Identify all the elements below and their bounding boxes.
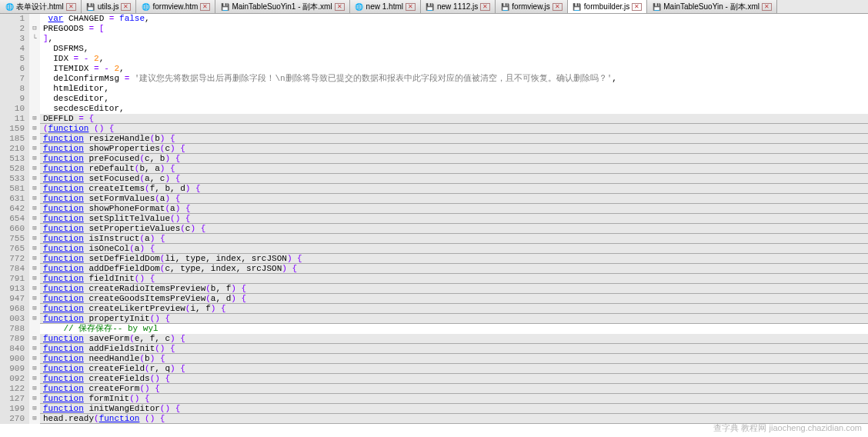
code-content[interactable]: function createFields() { (40, 374, 868, 384)
code-content[interactable]: function setFormValues(a) { (40, 194, 868, 204)
code-content[interactable]: function formInit() { (40, 394, 868, 404)
code-content[interactable]: function showProperties(c) { (40, 144, 868, 154)
fold-marker[interactable]: ⊞ (29, 234, 40, 244)
tab-6[interactable]: 💾formview.js✕ (496, 0, 567, 13)
code-line[interactable]: 199⊞function initWangEditor() { (0, 404, 868, 414)
code-content[interactable]: function createLikertPreview(i, f) { (40, 304, 868, 314)
code-content[interactable]: DSFRMS, (40, 44, 868, 54)
line-number[interactable]: 788 (0, 324, 29, 334)
close-icon[interactable]: ✕ (66, 3, 76, 11)
code-content[interactable]: htmlEditor, (40, 84, 868, 94)
line-number[interactable]: 122 (0, 384, 29, 394)
fold-marker[interactable]: ⊞ (29, 334, 40, 344)
code-line[interactable]: 840⊞function addFieldsInit() { (0, 344, 868, 354)
code-line[interactable]: 9 descEditor, (0, 94, 868, 104)
fold-marker[interactable]: ⊞ (29, 394, 40, 404)
code-line[interactable]: 947⊞function createGoodsItemsPreView(a, … (0, 294, 868, 304)
code-content[interactable]: function addDefFieldDom(c, type, index, … (40, 264, 868, 274)
code-line[interactable]: 513⊞function preFocused(c, b) { (0, 154, 868, 164)
code-content[interactable]: function isInstruct(a) { (40, 234, 868, 244)
line-number[interactable]: 11 (0, 114, 29, 124)
fold-marker[interactable]: ⊞ (29, 184, 40, 194)
code-area[interactable]: 1 var CHANGED = false,2⊟PREGOODS = [3└],… (0, 14, 868, 437)
line-number[interactable]: 7 (0, 74, 29, 84)
fold-marker[interactable]: ⊞ (29, 304, 40, 314)
code-content[interactable]: function isOneCol(a) { (40, 244, 868, 254)
code-line[interactable]: 122⊞function createForm() { (0, 384, 868, 394)
line-number[interactable]: 772 (0, 254, 29, 264)
line-number[interactable]: 789 (0, 334, 29, 344)
code-content[interactable]: descEditor, (40, 94, 868, 104)
code-line[interactable]: 788 // 保存保存-- by wyl (0, 324, 868, 334)
code-content[interactable]: (function () { (40, 124, 868, 134)
line-number[interactable]: 654 (0, 214, 29, 224)
fold-marker[interactable]: ⊟ (29, 24, 40, 34)
code-content[interactable]: function createField(r, q) { (40, 364, 868, 374)
line-number[interactable]: 755 (0, 234, 29, 244)
close-icon[interactable]: ✕ (480, 3, 490, 11)
fold-marker[interactable]: ⊞ (29, 264, 40, 274)
code-line[interactable]: 4 DSFRMS, (0, 44, 868, 54)
code-content[interactable]: PREGOODS = [ (40, 24, 868, 34)
line-number[interactable]: 528 (0, 164, 29, 174)
code-line[interactable]: 765⊞function isOneCol(a) { (0, 244, 868, 254)
code-line[interactable]: 755⊞function isInstruct(a) { (0, 234, 868, 244)
code-line[interactable]: 3└], (0, 34, 868, 44)
line-number[interactable]: 660 (0, 224, 29, 234)
line-number[interactable]: 270 (0, 414, 29, 424)
close-icon[interactable]: ✕ (762, 3, 772, 11)
fold-marker[interactable]: ⊞ (29, 244, 40, 254)
code-line[interactable]: 11⊞DEFFLD = { (0, 114, 868, 124)
code-content[interactable]: function setPropertieValues(c) { (40, 224, 868, 234)
code-content[interactable]: function resizeHandle(b) { (40, 134, 868, 144)
line-number[interactable]: 1 (0, 14, 29, 24)
line-number[interactable]: 581 (0, 184, 29, 194)
code-line[interactable]: 642⊞function showPhoneFormat(a) { (0, 204, 868, 214)
tab-4[interactable]: 🌐new 1.html✕ (350, 0, 421, 13)
fold-marker[interactable]: ⊞ (29, 154, 40, 164)
fold-marker[interactable]: ⊞ (29, 114, 40, 124)
code-content[interactable]: function initWangEditor() { (40, 404, 868, 414)
code-line[interactable]: 791⊞function fieldInit() { (0, 274, 868, 284)
line-number[interactable]: 210 (0, 144, 29, 154)
code-content[interactable]: function preFocused(c, b) { (40, 154, 868, 164)
fold-marker[interactable]: └ (29, 34, 40, 44)
fold-marker[interactable]: ⊞ (29, 194, 40, 204)
code-content[interactable]: var CHANGED = false, (40, 14, 868, 24)
fold-marker[interactable]: ⊞ (29, 314, 40, 324)
tab-8[interactable]: 💾MainTableSuoYin - 副本.xml✕ (647, 0, 777, 13)
line-number[interactable]: 092 (0, 374, 29, 384)
line-number[interactable]: 159 (0, 124, 29, 134)
fold-marker[interactable]: ⊞ (29, 414, 40, 424)
code-content[interactable]: ], (40, 34, 868, 44)
fold-marker[interactable]: ⊞ (29, 384, 40, 394)
code-line[interactable]: 7 delConfirmMsg = '建议您先将数据导出后再删除字段！\n删除将… (0, 74, 868, 84)
line-number[interactable]: 765 (0, 244, 29, 254)
tab-5[interactable]: 💾new 1112.js✕ (421, 0, 496, 13)
close-icon[interactable]: ✕ (335, 3, 345, 11)
code-content[interactable]: function setSplitTelValue() { (40, 214, 868, 224)
code-line[interactable]: 127⊞function formInit() { (0, 394, 868, 404)
line-number[interactable]: 8 (0, 84, 29, 94)
line-number[interactable]: 513 (0, 154, 29, 164)
line-number[interactable]: 6 (0, 64, 29, 74)
code-content[interactable]: ITEMIDX = - 2, (40, 64, 868, 74)
close-icon[interactable]: ✕ (553, 3, 563, 11)
code-line[interactable]: 10 secdescEditor, (0, 104, 868, 114)
fold-marker[interactable]: ⊞ (29, 124, 40, 134)
code-line[interactable]: 789⊞function saveForm(e, f, c) { (0, 334, 868, 344)
line-number[interactable]: 199 (0, 404, 29, 414)
line-number[interactable]: 642 (0, 204, 29, 214)
line-number[interactable]: 003 (0, 314, 29, 324)
code-line[interactable]: 631⊞function setFormValues(a) { (0, 194, 868, 204)
tab-3[interactable]: 💾MainTableSuoYin1 - 副本.xml✕ (215, 0, 349, 13)
close-icon[interactable]: ✕ (632, 3, 642, 11)
code-content[interactable]: function fieldInit() { (40, 274, 868, 284)
close-icon[interactable]: ✕ (200, 3, 210, 11)
line-number[interactable]: 2 (0, 24, 29, 34)
fold-marker[interactable]: ⊞ (29, 354, 40, 364)
fold-marker[interactable]: ⊞ (29, 364, 40, 374)
code-line[interactable]: 581⊞function createItems(f, b, d) { (0, 184, 868, 194)
code-line[interactable]: 968⊞function createLikertPreview(i, f) { (0, 304, 868, 314)
code-line[interactable]: 533⊞function setFocused(a, c) { (0, 174, 868, 184)
